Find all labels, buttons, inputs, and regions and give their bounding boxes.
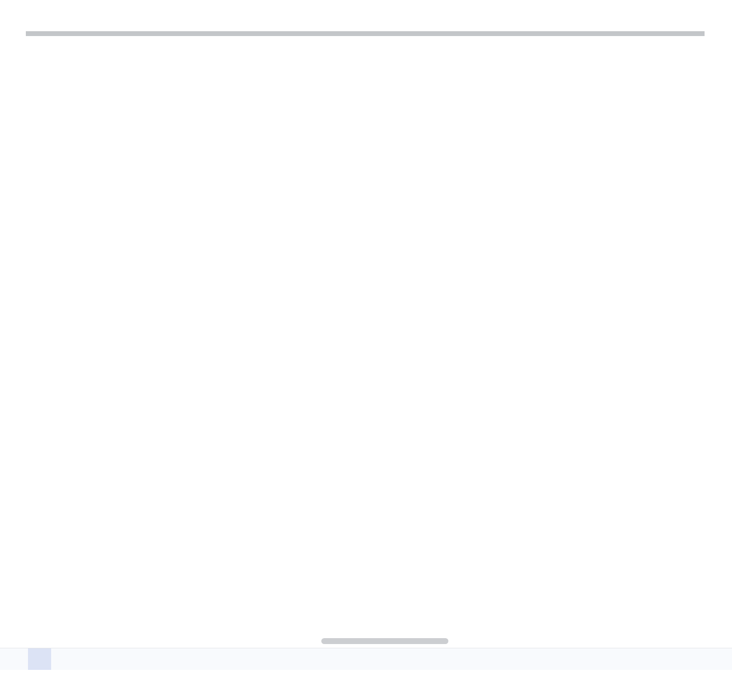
frozen-rows-divider bbox=[26, 31, 705, 36]
tab-grafiki[interactable] bbox=[74, 648, 97, 670]
spreadsheet-grid bbox=[26, 31, 705, 491]
tab-finmodel[interactable] bbox=[28, 648, 51, 670]
sheet-tab-bar bbox=[0, 648, 732, 670]
horizontal-scrollbar-thumb[interactable] bbox=[321, 638, 448, 644]
scrolled-rows-block bbox=[26, 36, 705, 491]
tab-konversiya[interactable] bbox=[97, 648, 121, 670]
tab-finmodel-s-voronkoy[interactable] bbox=[51, 648, 74, 670]
